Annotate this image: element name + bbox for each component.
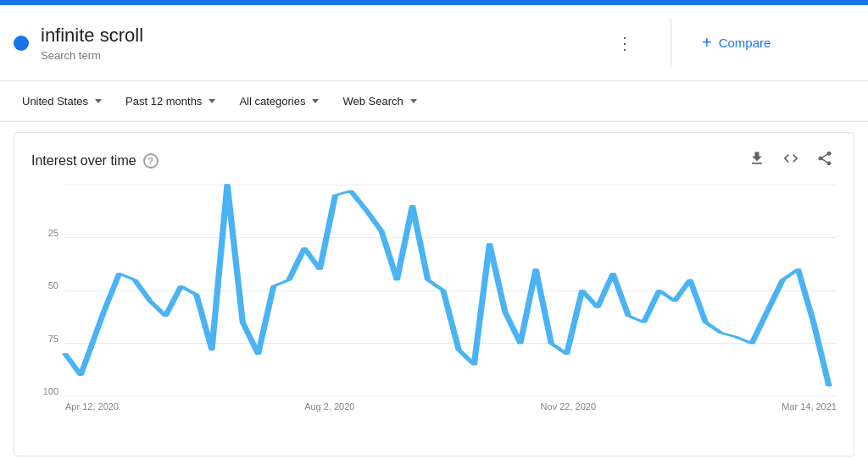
- x-label-mar: Mar 14, 2021: [782, 401, 837, 412]
- location-filter[interactable]: United States: [14, 90, 110, 113]
- vertical-divider: [670, 18, 671, 69]
- x-label-apr: Apr 12, 2020: [65, 401, 119, 412]
- term-color-dot: [14, 36, 29, 51]
- time-filter[interactable]: Past 12 months: [117, 90, 224, 113]
- y-label-50: 50: [48, 281, 58, 290]
- chart-section: Interest over time ? 100 75 50 25: [14, 132, 854, 456]
- x-label-aug: Aug 2, 2020: [304, 401, 354, 412]
- term-info: infinite scroll Search term: [41, 24, 143, 63]
- chart-area: Apr 12, 2020 Aug 2, 2020 Nov 22, 2020 Ma…: [65, 185, 837, 422]
- chart-container: 100 75 50 25 Apr 12, 2020: [14, 185, 854, 456]
- compare-plus-icon: +: [702, 33, 712, 53]
- download-button[interactable]: [745, 147, 769, 174]
- embed-button[interactable]: [779, 147, 803, 174]
- y-label-25: 25: [48, 229, 58, 238]
- share-button[interactable]: [813, 147, 837, 174]
- chart-title: Interest over time: [31, 153, 136, 169]
- search-type-filter-label: Web Search: [342, 95, 403, 108]
- chart-inner: 100 75 50 25 Apr 12, 2020: [31, 185, 837, 422]
- filter-bar: United States Past 12 months All categor…: [0, 81, 868, 122]
- compare-section: + Compare: [685, 33, 854, 53]
- location-chevron-icon: [95, 99, 102, 103]
- chart-actions: [745, 147, 837, 174]
- search-type-chevron-icon: [410, 99, 417, 103]
- help-icon[interactable]: ?: [143, 153, 159, 169]
- location-filter-label: United States: [22, 95, 88, 108]
- term-name: infinite scroll: [41, 24, 143, 48]
- category-filter-label: All categories: [239, 95, 305, 108]
- time-filter-label: Past 12 months: [125, 95, 202, 108]
- y-axis: 100 75 50 25: [31, 185, 65, 396]
- category-filter[interactable]: All categories: [231, 90, 327, 113]
- term-type: Search term: [41, 49, 143, 62]
- x-label-nov: Nov 22, 2020: [541, 401, 596, 412]
- more-options-button[interactable]: ⋮: [609, 26, 640, 60]
- line-chart-svg: [65, 185, 837, 396]
- header-section: infinite scroll Search term ⋮ + Compare: [0, 5, 868, 81]
- search-term-area: infinite scroll Search term ⋮: [14, 10, 657, 76]
- chart-header: Interest over time ?: [14, 133, 854, 185]
- time-chevron-icon: [209, 99, 215, 103]
- chart-title-area: Interest over time ?: [31, 153, 159, 169]
- search-type-filter[interactable]: Web Search: [334, 90, 425, 113]
- compare-label: Compare: [719, 36, 771, 50]
- x-axis: Apr 12, 2020 Aug 2, 2020 Nov 22, 2020 Ma…: [65, 396, 837, 422]
- category-chevron-icon: [312, 99, 319, 103]
- y-label-75: 75: [48, 335, 58, 344]
- y-label-100: 100: [43, 387, 58, 396]
- compare-button[interactable]: + Compare: [702, 33, 771, 53]
